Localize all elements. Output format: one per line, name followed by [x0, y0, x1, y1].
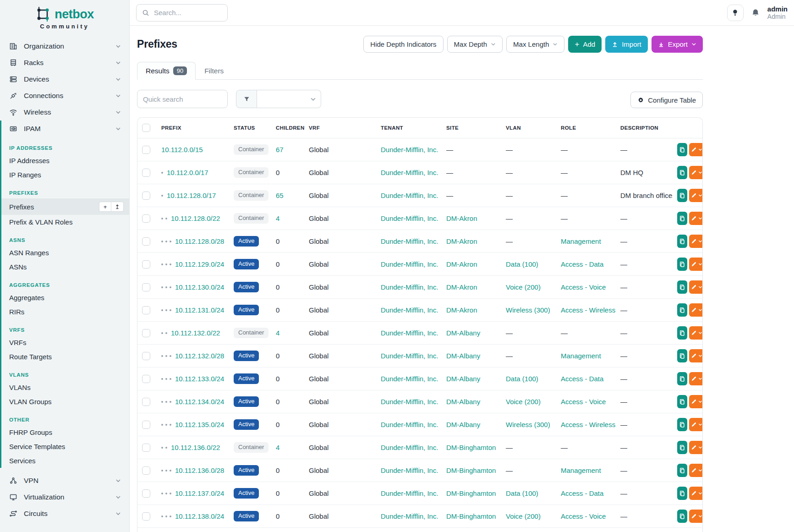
edit-button[interactable] [689, 166, 703, 179]
row-checkbox[interactable] [142, 192, 150, 200]
tab-filters[interactable]: Filters [196, 62, 232, 80]
column-header-prefix[interactable]: PREFIX [157, 118, 229, 138]
role-value[interactable]: Access - Voice [561, 283, 606, 291]
sidebar-item-ip-ranges[interactable]: IP Ranges [1, 168, 129, 182]
sidebar-item-prefixes[interactable]: Prefixes+↥ [1, 198, 129, 215]
tenant-link[interactable]: Dunder-Mifflin, Inc. [381, 214, 438, 222]
brand[interactable]: netbox Community [0, 0, 129, 34]
sidebar-item-fhrp-groups[interactable]: FHRP Groups [1, 425, 129, 439]
site-value[interactable]: DM-Akron [446, 237, 477, 245]
column-header-role[interactable]: ROLE [556, 118, 616, 138]
clone-button[interactable] [677, 441, 687, 454]
row-checkbox[interactable] [142, 306, 150, 314]
clone-button[interactable] [677, 464, 687, 477]
row-checkbox[interactable] [142, 237, 150, 246]
clone-button[interactable] [677, 189, 687, 202]
sidebar-item-route-targets[interactable]: Route Targets [1, 350, 129, 364]
column-header-description[interactable]: DESCRIPTION [616, 118, 673, 138]
children-count[interactable]: 4 [276, 329, 279, 337]
role-value[interactable]: Management [561, 237, 601, 245]
row-checkbox[interactable] [142, 169, 150, 177]
prefix-link[interactable]: 10.112.138.0/24 [175, 512, 224, 520]
search-input[interactable] [154, 9, 222, 16]
tenant-link[interactable]: Dunder-Mifflin, Inc. [381, 306, 438, 314]
sidebar-item-circuits[interactable]: Circuits [0, 505, 129, 522]
column-header-site[interactable]: SITE [442, 118, 501, 138]
max-depth-dropdown[interactable]: Max Depth [447, 36, 503, 53]
role-value[interactable]: Access - Voice [561, 512, 606, 520]
sidebar-item-vpn[interactable]: VPN [0, 472, 129, 489]
role-value[interactable]: Access - Voice [561, 398, 606, 406]
sidebar-item-devices[interactable]: Devices [0, 71, 129, 88]
role-value[interactable]: Management [561, 466, 601, 474]
sidebar-item-vlans[interactable]: VLANs [1, 380, 129, 395]
tenant-link[interactable]: Dunder-Mifflin, Inc. [381, 192, 438, 199]
sidebar-item-racks[interactable]: Racks [0, 55, 129, 71]
sidebar-item-organization[interactable]: Organization [0, 38, 129, 55]
children-count[interactable]: 4 [276, 214, 279, 222]
tenant-link[interactable]: Dunder-Mifflin, Inc. [381, 444, 438, 451]
tenant-link[interactable]: Dunder-Mifflin, Inc. [381, 146, 438, 154]
vlan-value[interactable]: Data (100) [506, 260, 538, 268]
sidebar-item-rirs[interactable]: RIRs [1, 305, 129, 319]
row-checkbox[interactable] [142, 398, 150, 406]
tenant-link[interactable]: Dunder-Mifflin, Inc. [381, 237, 438, 245]
row-checkbox[interactable] [142, 146, 150, 154]
edit-button[interactable] [689, 303, 703, 317]
edit-button[interactable] [689, 235, 703, 248]
site-value[interactable]: DM-Binghamton [446, 512, 496, 520]
vlan-value[interactable]: Voice (200) [506, 283, 541, 291]
site-value[interactable]: DM-Akron [446, 260, 477, 268]
clone-button[interactable] [677, 303, 687, 317]
clone-button[interactable] [677, 510, 687, 523]
prefix-link[interactable]: 10.112.134.0/24 [175, 398, 224, 406]
prefix-link[interactable]: 10.112.133.0/24 [175, 375, 224, 383]
column-header-vrf[interactable]: VRF [304, 118, 376, 138]
clone-button[interactable] [677, 326, 687, 340]
sidebar-item-asns[interactable]: ASNs [1, 260, 129, 274]
row-checkbox[interactable] [142, 375, 150, 383]
clone-button[interactable] [677, 418, 687, 431]
row-checkbox[interactable] [142, 466, 150, 475]
row-checkbox[interactable] [142, 214, 150, 223]
clone-button[interactable] [677, 258, 687, 271]
vlan-value[interactable]: Data (100) [506, 375, 538, 383]
clone-button[interactable] [677, 143, 687, 156]
children-count[interactable]: 4 [276, 444, 279, 451]
tenant-link[interactable]: Dunder-Mifflin, Inc. [381, 329, 438, 337]
export-dropdown[interactable]: Export [652, 36, 703, 53]
theme-toggle-button[interactable] [727, 5, 744, 21]
tenant-link[interactable]: Dunder-Mifflin, Inc. [381, 169, 438, 176]
prefix-link[interactable]: 10.112.131.0/24 [175, 306, 224, 314]
configure-table-button[interactable]: Configure Table [630, 92, 703, 108]
sidebar-item-aggregates[interactable]: Aggregates [1, 291, 129, 305]
clone-button[interactable] [677, 212, 687, 225]
sidebar-item-ipam[interactable]: IPAM [1, 121, 129, 137]
sidebar-item-vlan-groups[interactable]: VLAN Groups [1, 395, 129, 409]
row-checkbox[interactable] [142, 444, 150, 452]
sidebar-item-prefix-vlan-roles[interactable]: Prefix & VLAN Roles [1, 215, 129, 229]
clone-button[interactable] [677, 487, 687, 500]
vlan-value[interactable]: Voice (200) [506, 398, 541, 406]
tenant-link[interactable]: Dunder-Mifflin, Inc. [381, 375, 438, 383]
column-header-status[interactable]: STATUS [229, 118, 271, 138]
edit-button[interactable] [689, 258, 703, 271]
tenant-link[interactable]: Dunder-Mifflin, Inc. [381, 512, 438, 520]
prefix-link[interactable]: 10.112.135.0/24 [175, 421, 224, 428]
add-button[interactable]: + Add [568, 36, 602, 53]
import-button[interactable]: Import [605, 36, 648, 53]
clone-button[interactable] [677, 166, 687, 179]
tenant-link[interactable]: Dunder-Mifflin, Inc. [381, 489, 438, 497]
role-value[interactable]: Access - Data [561, 260, 603, 268]
prefix-import-button[interactable]: ↥ [111, 202, 124, 212]
vlan-value[interactable]: Wireless (300) [506, 306, 550, 314]
prefix-link[interactable]: 10.112.128.0/17 [167, 192, 216, 199]
prefix-link[interactable]: 10.112.132.0/22 [171, 329, 220, 337]
row-checkbox[interactable] [142, 489, 150, 498]
edit-button[interactable] [689, 349, 703, 362]
column-header-tenant[interactable]: TENANT [376, 118, 442, 138]
clone-button[interactable] [677, 395, 687, 408]
edit-button[interactable] [689, 487, 703, 500]
edit-button[interactable] [689, 441, 703, 454]
saved-filter-select[interactable] [257, 90, 321, 108]
